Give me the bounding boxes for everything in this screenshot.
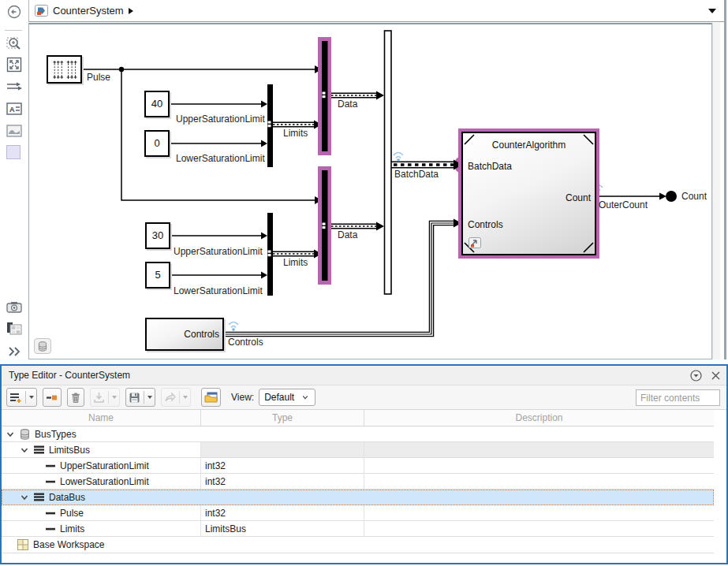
signal-label-data-1[interactable]: Data (338, 99, 357, 110)
row-desc (364, 442, 714, 457)
row-name: UpperSaturationLimit (60, 460, 149, 471)
table-row-limits[interactable]: Limits LimitsBus (2, 521, 714, 537)
row-type (201, 537, 364, 553)
zoom-region-icon[interactable] (6, 35, 22, 51)
signal-label-outercount[interactable]: OuterCount (599, 199, 648, 210)
add-bus-button[interactable] (6, 388, 37, 407)
model-canvas[interactable]: Pulse 40 UpperSaturationLimit 0 LowerSat… (28, 23, 712, 359)
outport-label-count[interactable]: Count (681, 191, 707, 202)
table-header: Name Type Description (2, 410, 714, 426)
canvas-scrollbar[interactable] (712, 23, 720, 359)
table-row-limitsbus[interactable]: LimitsBus (2, 442, 714, 458)
row-name: Base Workspace (33, 539, 105, 550)
expand-icon[interactable] (6, 344, 22, 359)
delete-button[interactable] (67, 388, 84, 407)
view-label: View: (231, 392, 254, 403)
type-editor-table: Name Type Description BusTypes (2, 410, 726, 563)
workspace-icon (17, 539, 28, 550)
constant-block-0[interactable]: 0 (144, 130, 170, 157)
column-header-description: Description (364, 410, 714, 426)
controls-block-label: Controls (184, 329, 222, 340)
type-editor-badge[interactable] (34, 338, 51, 354)
signal-label-data-2[interactable]: Data (338, 229, 357, 240)
divider (5, 30, 22, 31)
table-row-databus[interactable]: DataBus (2, 490, 714, 505)
close-panel-icon[interactable] (711, 371, 720, 380)
breadcrumb[interactable]: CounterSystem (28, 0, 726, 22)
table-row-pulse[interactable]: Pulse int32 (2, 505, 714, 521)
annotation-icon[interactable]: A (6, 101, 22, 117)
row-type[interactable]: int32 (201, 505, 364, 520)
filter-contents-input[interactable] (636, 389, 720, 406)
row-name: Pulse (60, 508, 84, 519)
row-type (201, 442, 364, 457)
back-icon[interactable] (7, 5, 21, 19)
row-type[interactable]: LimitsBus (201, 521, 364, 536)
chevron-expanded-icon[interactable] (21, 446, 28, 454)
breadcrumb-dropdown-icon[interactable] (708, 9, 716, 13)
image-icon[interactable] (6, 123, 22, 139)
view-select-value: Default (264, 392, 294, 403)
route-signals-icon[interactable] (6, 79, 22, 95)
simulink-window: CounterSystem A (0, 0, 728, 566)
signal-label-lowersaturationlimit-2[interactable]: LowerSaturationLimit (174, 285, 263, 296)
open-dialog-button[interactable] (201, 388, 221, 407)
area-icon[interactable] (6, 145, 21, 159)
signal-element-icon (46, 512, 55, 515)
row-desc[interactable] (364, 474, 714, 489)
model-reference-badge-icon (469, 237, 481, 249)
signal-label-controls[interactable]: Controls (228, 337, 263, 348)
type-editor-panel: Type Editor - CounterSystem (0, 364, 728, 564)
type-editor-title: Type Editor - CounterSystem (9, 370, 130, 381)
signal-label-batchdata[interactable]: BatchData (394, 169, 439, 180)
row-desc (364, 490, 714, 505)
share-button[interactable] (161, 388, 191, 407)
table-row-base-workspace[interactable]: Base Workspace (2, 537, 714, 553)
database-icon (38, 341, 47, 352)
row-name: BusTypes (35, 429, 77, 440)
row-desc[interactable] (364, 505, 714, 520)
view-select[interactable]: Default (259, 389, 315, 406)
signal-element-icon (46, 464, 55, 467)
palette-icon[interactable] (6, 321, 22, 337)
row-type[interactable]: int32 (201, 474, 364, 489)
model-reference-corners (463, 133, 595, 254)
minimize-panel-icon[interactable] (690, 370, 702, 382)
import-button[interactable] (90, 388, 120, 407)
constant-block-30[interactable]: 30 (145, 222, 170, 249)
row-name: LowerSaturationLimit (60, 476, 149, 487)
signal-label-uppersaturationlimit-2[interactable]: UpperSaturationLimit (174, 246, 263, 257)
controls-block[interactable]: Controls (145, 318, 224, 351)
signal-label-uppersaturationlimit-1[interactable]: UpperSaturationLimit (176, 114, 265, 125)
table-row-uppersaturationlimit[interactable]: UpperSaturationLimit int32 (2, 458, 714, 474)
chevron-down-icon (302, 394, 308, 400)
row-type (201, 490, 364, 505)
signal-label-lowersaturationlimit-1[interactable]: LowerSaturationLimit (176, 153, 265, 164)
block-label-pulse[interactable]: Pulse (87, 72, 110, 83)
save-button[interactable] (125, 388, 155, 407)
type-editor-titlebar[interactable]: Type Editor - CounterSystem (2, 366, 726, 385)
chevron-expanded-icon[interactable] (21, 493, 28, 501)
column-header-type: Type (201, 410, 364, 426)
breadcrumb-model-name[interactable]: CounterSystem (53, 5, 124, 17)
fit-view-icon[interactable] (6, 57, 22, 73)
counter-algorithm-block[interactable]: CounterAlgorithm BatchData Controls Coun… (461, 132, 596, 255)
row-desc (364, 537, 714, 553)
palette-sidebar: A (0, 22, 28, 359)
screenshot-icon[interactable] (6, 300, 22, 315)
add-bus-element-button[interactable] (43, 388, 62, 407)
row-name: LimitsBus (49, 445, 90, 456)
table-row-bustypes[interactable]: BusTypes (2, 426, 714, 442)
row-desc[interactable] (364, 458, 714, 473)
row-name: Limits (60, 523, 84, 534)
constant-block-40[interactable]: 40 (144, 91, 170, 117)
row-desc[interactable] (364, 521, 714, 536)
constant-block-5[interactable]: 5 (145, 262, 170, 289)
row-type[interactable]: int32 (201, 458, 364, 473)
breadcrumb-arrow-icon (129, 8, 133, 14)
pulse-generator-block[interactable] (47, 55, 82, 84)
signal-label-limits-1[interactable]: Limits (283, 128, 308, 139)
table-row-lowersaturationlimit[interactable]: LowerSaturationLimit int32 (2, 474, 714, 490)
signal-label-limits-2[interactable]: Limits (283, 257, 308, 268)
chevron-expanded-icon[interactable] (6, 430, 14, 438)
